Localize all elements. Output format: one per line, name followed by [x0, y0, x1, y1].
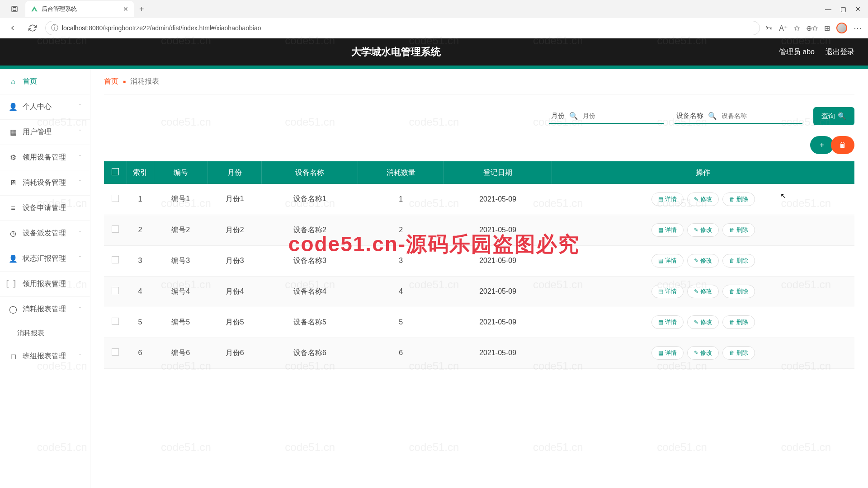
url-box[interactable]: ⓘ localhost:8080/springbootrze22/admin/d… — [45, 21, 760, 35]
sidebar-item-label: 用户管理 — [23, 127, 74, 137]
sidebar-item-消耗报表管理[interactable]: ◯消耗报表管理ˆ — [0, 297, 90, 322]
row-delete-button[interactable]: 🗑删除 — [722, 285, 755, 298]
close-window-icon[interactable]: ✕ — [855, 5, 861, 13]
sidebar-item-领用报表管理[interactable]: 〚〛领用报表管理ˇ — [0, 272, 90, 297]
detail-button[interactable]: ▤详情 — [651, 346, 684, 360]
search-input-month[interactable] — [583, 112, 662, 119]
minimize-icon[interactable]: — — [825, 5, 831, 13]
sidebar-item-设备派发管理[interactable]: ◷设备派发管理ˇ — [0, 221, 90, 246]
edit-button[interactable]: ✎修改 — [687, 285, 719, 298]
doc-icon: ▤ — [658, 258, 663, 264]
new-tab-button[interactable]: + — [134, 5, 150, 14]
cell-month: 月份6 — [208, 338, 261, 368]
plus-icon: + — [820, 141, 824, 149]
delete-button[interactable]: 🗑 — [831, 136, 854, 154]
edit-button[interactable]: ✎修改 — [687, 315, 719, 329]
table-row: 6 编号6 月份6 设备名称6 6 2021-05-09 ▤详情 ✎修改 🗑删除 — [104, 338, 854, 368]
detail-button[interactable]: ▤详情 — [651, 285, 684, 298]
sidebar-item-首页[interactable]: ⌂首页 — [0, 69, 90, 94]
sidebar-sub-item[interactable]: 消耗报表 — [0, 322, 90, 344]
row-checkbox[interactable] — [112, 195, 119, 202]
row-checkbox[interactable] — [112, 256, 119, 263]
trash-icon: 🗑 — [729, 258, 735, 264]
table-row: 3 编号3 月份3 设备名称3 3 2021-05-09 ▤详情 ✎修改 🗑删除 — [104, 245, 854, 276]
collections-icon[interactable]: ⊕✩ — [806, 24, 818, 33]
favorite-icon[interactable]: ✩ — [794, 24, 800, 33]
trash-icon: 🗑 — [729, 319, 735, 325]
text-size-icon[interactable]: A⁺ — [779, 24, 788, 33]
edit-button[interactable]: ✎修改 — [687, 254, 719, 267]
detail-button[interactable]: ▤详情 — [651, 223, 684, 237]
tab-list-icon[interactable] — [4, 0, 25, 18]
square-icon: ◻ — [9, 352, 17, 361]
doc-icon: ▤ — [658, 227, 663, 233]
row-checkbox[interactable] — [112, 287, 119, 294]
edit-button[interactable]: ✎修改 — [687, 223, 719, 237]
row-checkbox[interactable] — [112, 318, 119, 325]
detail-button[interactable]: ▤详情 — [651, 254, 684, 267]
monitor-icon: 🖥 — [9, 179, 17, 187]
extensions-icon[interactable]: ⊞ — [824, 24, 830, 33]
profile-avatar[interactable] — [836, 23, 847, 33]
row-delete-button[interactable]: 🗑删除 — [722, 223, 755, 237]
cell-qty: 3 — [358, 245, 444, 276]
detail-button[interactable]: ▤详情 — [651, 315, 684, 329]
key-icon[interactable]: 🗝 — [765, 24, 773, 32]
search-input-device[interactable] — [722, 112, 801, 119]
sidebar-item-label: 设备派发管理 — [23, 229, 74, 238]
sidebar-item-设备申请管理[interactable]: ≡设备申请管理ˇ — [0, 196, 90, 221]
app-title: 大学城水电管理系统 — [14, 45, 779, 59]
add-button[interactable]: + — [810, 136, 834, 154]
chevron-up-icon: ˆ — [79, 306, 81, 313]
chevron-down-icon: ˇ — [79, 205, 81, 211]
row-delete-button[interactable]: 🗑删除 — [722, 254, 755, 267]
home-icon: ⌂ — [9, 78, 17, 86]
maximize-icon[interactable]: ▢ — [840, 5, 846, 13]
cell-index: 1 — [127, 184, 154, 215]
op-buttons: ▤详情 ✎修改 🗑删除 — [552, 192, 854, 206]
chevron-down-icon: ˇ — [79, 230, 81, 237]
sidebar-item-用户管理[interactable]: ▦用户管理ˇ — [0, 120, 90, 145]
op-buttons: ▤详情 ✎修改 🗑删除 — [552, 315, 854, 329]
search-button[interactable]: 查询 🔍 — [813, 107, 854, 125]
content-area: 首页 ■ 消耗报表 月份 🔍 设备名称 🔍 查询 🔍 + 🗑 索引编号月份设备名… — [90, 69, 868, 488]
cell-code: 编号1 — [154, 184, 208, 215]
cell-index: 5 — [127, 307, 154, 338]
trash-icon: 🗑 — [729, 288, 735, 295]
back-button[interactable] — [5, 21, 20, 35]
more-menu-icon[interactable]: ⋯ — [854, 23, 863, 33]
sidebar-item-状态汇报管理[interactable]: 👤状态汇报管理ˇ — [0, 246, 90, 272]
sidebar-item-消耗设备管理[interactable]: 🖥消耗设备管理ˇ — [0, 170, 90, 196]
logout-link[interactable]: 退出登录 — [826, 47, 854, 57]
row-delete-button[interactable]: 🗑删除 — [722, 192, 755, 206]
sidebar-item-label: 领用报表管理 — [23, 279, 74, 289]
edit-icon: ✎ — [694, 350, 698, 356]
breadcrumb-home[interactable]: 首页 — [104, 77, 118, 86]
op-buttons: ▤详情 ✎修改 🗑删除 — [552, 346, 854, 360]
row-delete-button[interactable]: 🗑删除 — [722, 315, 755, 329]
row-delete-button[interactable]: 🗑删除 — [722, 346, 755, 360]
sidebar-item-个人中心[interactable]: 👤个人中心ˇ — [0, 94, 90, 120]
checkbox-all[interactable] — [112, 168, 119, 175]
cell-device: 设备名称5 — [262, 307, 358, 338]
row-checkbox[interactable] — [112, 225, 119, 233]
refresh-button[interactable] — [25, 21, 40, 35]
cell-qty: 4 — [358, 276, 444, 307]
cell-month: 月份2 — [208, 215, 261, 245]
row-checkbox[interactable] — [112, 348, 119, 356]
circle-icon: ◯ — [9, 305, 17, 314]
person-icon: 👤 — [9, 255, 17, 263]
cell-device: 设备名称2 — [262, 215, 358, 245]
cell-date: 2021-05-09 — [444, 184, 552, 215]
sidebar-item-班组报表管理[interactable]: ◻班组报表管理ˇ — [0, 344, 90, 369]
sidebar-item-领用设备管理[interactable]: ⚙领用设备管理ˇ — [0, 145, 90, 170]
detail-button[interactable]: ▤详情 — [651, 192, 684, 206]
edit-button[interactable]: ✎修改 — [687, 346, 719, 360]
chevron-down-icon: ˇ — [79, 353, 81, 360]
tab-title: 后台管理系统 — [42, 5, 119, 13]
browser-tab[interactable]: 后台管理系统 ✕ — [25, 1, 134, 17]
table-header: 索引编号月份设备名称消耗数量登记日期操作 — [104, 161, 854, 184]
edit-button[interactable]: ✎修改 — [687, 192, 719, 206]
brackets-icon: 〚〛 — [9, 280, 17, 288]
tab-close-icon[interactable]: ✕ — [123, 5, 128, 13]
